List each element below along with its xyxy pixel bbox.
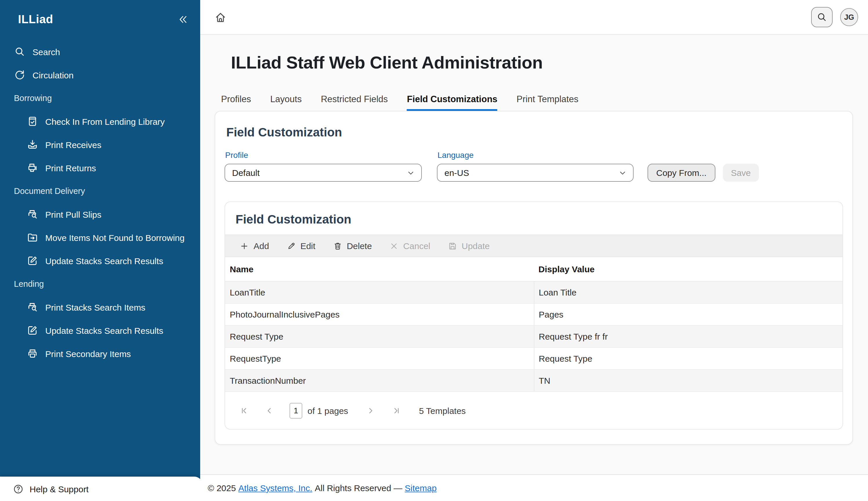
tab-restricted-fields[interactable]: Restricted Fields	[321, 94, 388, 111]
profile-select[interactable]: Default	[225, 164, 422, 182]
cell-name: RequestType	[225, 348, 534, 370]
sidebar-item-print-pull-slips[interactable]: Print Pull Slips	[0, 203, 200, 226]
cell-name: Request Type	[225, 326, 534, 348]
home-icon	[214, 11, 227, 24]
sidebar-item-label: Check In From Lending Library	[45, 116, 165, 126]
profile-label: Profile	[225, 150, 422, 160]
language-field: Language en-US	[437, 150, 633, 182]
table-row-loantitle[interactable]: LoanTitleLoan Title	[225, 281, 843, 303]
table-row-requesttype[interactable]: RequestTypeRequest Type	[225, 348, 843, 370]
delete-button[interactable]: Delete	[333, 241, 372, 251]
templates-count-label: 5 Templates	[419, 405, 466, 415]
page-title: ILLiad Staff Web Client Administration	[231, 53, 868, 73]
cell-name: LoanTitle	[225, 281, 534, 303]
grid-toolbar: AddEditDeleteCancelUpdate	[225, 235, 843, 257]
sidebar-item-search[interactable]: Search	[0, 40, 200, 63]
sidebar-item-label: Print Secondary Items	[45, 349, 131, 359]
sidebar-item-help-support[interactable]: Help & Support	[0, 477, 203, 501]
topbar-search-button[interactable]	[811, 7, 833, 27]
cell-display-value: Loan Title	[534, 281, 843, 303]
sidebar-item-label: Print Receives	[45, 140, 101, 149]
sidebar-item-circulation[interactable]: Circulation	[0, 63, 200, 86]
edit-button[interactable]: Edit	[286, 241, 315, 251]
edit-square-icon	[27, 324, 38, 336]
sidebar-item-print-receives[interactable]: Print Receives	[0, 133, 200, 156]
table-row-request-type[interactable]: Request TypeRequest Type fr fr	[225, 326, 843, 348]
sidebar-item-print-returns[interactable]: Print Returns	[0, 156, 200, 179]
question-circle-icon	[13, 483, 24, 494]
panel-heading: Field Customization	[226, 125, 843, 139]
sidebar-item-move-items-not-found-to-borrowing[interactable]: Move Items Not Found to Borrowing	[0, 226, 200, 249]
language-label: Language	[437, 150, 633, 160]
help-support-label: Help & Support	[30, 484, 88, 494]
table-row-photojournalinclusivepages[interactable]: PhotoJournalInclusivePagesPages	[225, 303, 843, 326]
sidebar-item-update-stacks-search-results[interactable]: Update Stacks Search Results	[0, 249, 200, 272]
first-page-icon[interactable]	[240, 405, 249, 415]
column-header-name[interactable]: Name	[225, 257, 534, 281]
tray-download-icon	[27, 139, 38, 150]
illiad-logo: ILLiad	[18, 12, 53, 26]
last-page-icon[interactable]	[391, 405, 401, 415]
column-header-display-value[interactable]: Display Value	[534, 257, 843, 281]
sidebar-collapse-button[interactable]	[176, 13, 189, 25]
floppy-icon	[448, 241, 457, 250]
field-table: Name Display Value LoanTitleLoan TitlePh…	[225, 257, 843, 392]
chevrons-left-icon	[177, 14, 188, 25]
atlas-systems-link[interactable]: Atlas Systems, Inc.	[238, 483, 313, 493]
sidebar-item-check-in-from-lending-library[interactable]: Check In From Lending Library	[0, 110, 200, 133]
page-number-input[interactable]	[290, 403, 302, 418]
toolbar-button-label: Edit	[300, 241, 315, 251]
language-select[interactable]: en-US	[437, 164, 633, 182]
main-content: ILLiad Staff Web Client Administration P…	[200, 35, 868, 474]
sidebar-item-print-stacks-search-items[interactable]: Print Stacks Search Items	[0, 296, 200, 319]
edit-square-icon	[27, 255, 38, 266]
circulation-icon	[14, 69, 25, 81]
sidebar: ILLiad SearchCirculationBorrowingCheck I…	[0, 0, 200, 501]
footer: © 2025 Atlas Systems, Inc. All Rights Re…	[200, 474, 868, 501]
printer-icon	[27, 348, 38, 359]
sidebar-item-label: Print Returns	[45, 163, 96, 173]
tab-profiles[interactable]: Profiles	[221, 94, 251, 111]
cell-display-value: Request Type	[534, 348, 843, 370]
pagination-bar: of 1 pages 5 Templates	[225, 392, 843, 429]
tab-print-templates[interactable]: Print Templates	[517, 94, 578, 111]
box-check-icon	[27, 116, 38, 127]
add-button[interactable]: Add	[240, 241, 269, 251]
previous-page-icon[interactable]	[264, 405, 274, 415]
user-avatar[interactable]: JG	[840, 8, 858, 26]
sidebar-section-borrowing: Borrowing	[0, 86, 200, 110]
field-customization-panel: Field Customization Profile Default Lang…	[215, 111, 853, 445]
field-customization-grid: Field Customization AddEditDeleteCancelU…	[225, 201, 843, 429]
copy-from-button[interactable]: Copy From...	[648, 164, 715, 182]
rights-text: All Rights Reserved —	[315, 483, 402, 493]
update-button[interactable]: Update	[448, 241, 490, 251]
topbar: JG	[200, 0, 868, 35]
sidebar-item-label: Move Items Not Found to Borrowing	[45, 233, 185, 242]
sidebar-section-document-delivery: Document Delivery	[0, 179, 200, 203]
sidebar-item-update-stacks-search-results[interactable]: Update Stacks Search Results	[0, 319, 200, 342]
tab-field-customizations[interactable]: Field Customizations	[407, 94, 498, 111]
x-icon	[389, 241, 399, 250]
cancel-button[interactable]: Cancel	[389, 241, 430, 251]
copyright-text: © 2025	[208, 483, 236, 493]
sidebar-section-lending: Lending	[0, 272, 200, 296]
chevron-down-icon	[406, 168, 415, 177]
sidebar-item-print-secondary-items[interactable]: Print Secondary Items	[0, 342, 200, 365]
tab-layouts[interactable]: Layouts	[270, 94, 302, 111]
search-icon	[816, 12, 827, 23]
app-root: ILLiad SearchCirculationBorrowingCheck I…	[0, 0, 868, 501]
home-button[interactable]	[210, 7, 231, 28]
sidebar-item-label: Search	[32, 47, 60, 56]
search-icon	[14, 46, 25, 57]
save-button[interactable]: Save	[723, 164, 759, 182]
toolbar-button-label: Update	[462, 241, 490, 251]
next-page-icon[interactable]	[366, 405, 376, 415]
cell-display-value: TN	[534, 370, 843, 392]
sitemap-link[interactable]: Sitemap	[405, 483, 437, 493]
pencil-icon	[286, 241, 296, 250]
chevron-down-icon	[618, 168, 627, 177]
page-count-label: of 1 pages	[307, 405, 348, 415]
admin-tabs: ProfilesLayoutsRestricted FieldsField Cu…	[221, 94, 868, 111]
toolbar-button-label: Cancel	[403, 241, 430, 251]
table-row-transactionnumber[interactable]: TransactionNumberTN	[225, 370, 843, 392]
